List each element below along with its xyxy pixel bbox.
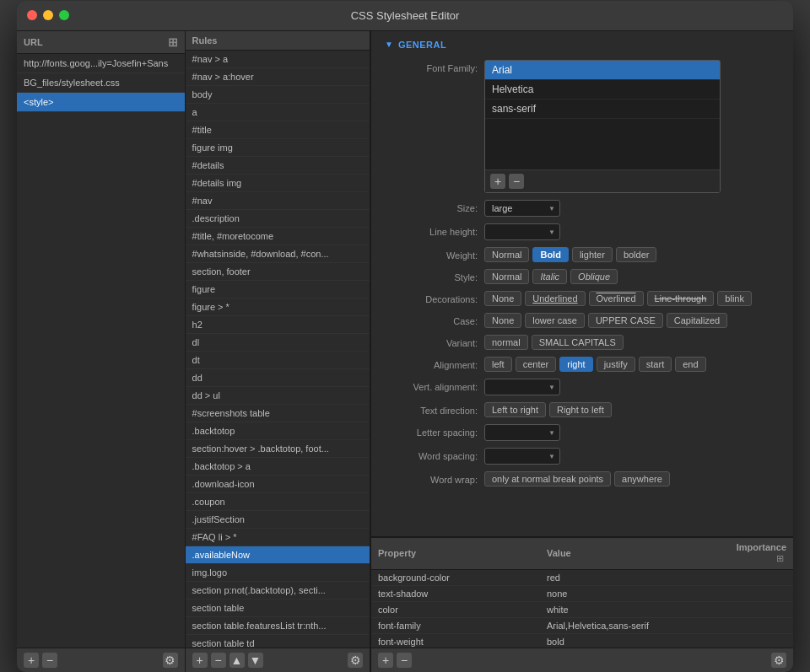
rules-item-11[interactable]: #whatsinside, #download, #con... [186, 245, 370, 263]
url-list[interactable]: http://fonts.goog...ily=Josefin+Sans BG_… [17, 54, 185, 648]
rules-list[interactable]: #nav > a#nav > a:hoverbodya#titlefigure … [186, 51, 370, 648]
deco-none-btn[interactable]: None [484, 291, 521, 306]
rules-item-17[interactable]: dt [186, 352, 370, 369]
prop-remove-button[interactable]: − [397, 653, 412, 668]
url-item-2[interactable]: <style> [17, 93, 185, 112]
maximize-button[interactable] [59, 10, 69, 20]
line-height-dropdown-wrapper[interactable] [484, 223, 560, 240]
rules-item-8[interactable]: #nav [186, 192, 370, 210]
rules-item-21[interactable]: .backtotop [186, 422, 370, 440]
align-justify-btn[interactable]: justify [597, 357, 635, 372]
table-row[interactable]: background-color red [371, 569, 793, 585]
align-start-btn[interactable]: start [639, 357, 672, 372]
case-none-btn[interactable]: None [484, 313, 521, 328]
font-item-helvetica[interactable]: Helvetica [485, 80, 720, 99]
rules-item-19[interactable]: dd > ul [186, 387, 370, 405]
rules-gear-button[interactable]: ⚙ [348, 653, 363, 668]
variant-normal-btn[interactable]: normal [484, 335, 528, 350]
case-capitalized-btn[interactable]: Capitalized [667, 313, 727, 328]
font-remove-button[interactable]: − [509, 174, 524, 189]
style-italic-btn[interactable]: Italic [532, 269, 567, 284]
rules-item-26[interactable]: .justifSection [186, 511, 370, 529]
rules-item-28[interactable]: .availableNow [186, 546, 370, 564]
align-right-btn[interactable]: right [559, 357, 592, 372]
rules-item-18[interactable]: dd [186, 369, 370, 387]
rules-item-31[interactable]: section table [186, 599, 370, 617]
variant-smallcaps-btn[interactable]: SMALL CAPITALS [532, 335, 624, 350]
table-row[interactable]: font-family Arial,Helvetica,sans-serif [371, 617, 793, 633]
rules-item-14[interactable]: figure > * [186, 298, 370, 316]
vert-alignment-dropdown-wrapper[interactable] [484, 379, 560, 395]
rules-item-30[interactable]: section p:not(.backtotop), secti... [186, 582, 370, 599]
rules-item-20[interactable]: #screenshots table [186, 405, 370, 422]
rules-item-5[interactable]: figure img [186, 139, 370, 157]
weight-bolder-btn[interactable]: bolder [616, 247, 657, 262]
rules-item-1[interactable]: #nav > a:hover [186, 68, 370, 86]
rules-down-button[interactable]: ▼ [248, 653, 263, 668]
align-end-btn[interactable]: end [675, 357, 705, 372]
letter-spacing-dropdown-wrapper[interactable] [484, 424, 560, 441]
url-item-0[interactable]: http://fonts.goog...ily=Josefin+Sans [17, 54, 185, 73]
font-item-sans-serif[interactable]: sans-serif [485, 99, 720, 119]
case-upper-btn[interactable]: UPPER CASE [588, 313, 663, 328]
rules-item-6[interactable]: #details [186, 157, 370, 175]
style-normal-btn[interactable]: Normal [484, 269, 529, 284]
word-spacing-dropdown[interactable] [484, 448, 560, 465]
importance-icon-btn[interactable]: ⊞ [774, 552, 786, 565]
rules-item-10[interactable]: #title, #moretocome [186, 228, 370, 245]
rules-item-25[interactable]: .coupon [186, 493, 370, 511]
size-dropdown-wrapper[interactable]: large small medium x-large [484, 200, 560, 217]
table-row[interactable]: color white [371, 601, 793, 617]
rules-item-24[interactable]: .download-icon [186, 476, 370, 493]
rules-item-3[interactable]: a [186, 104, 370, 121]
rules-up-button[interactable]: ▲ [230, 653, 245, 668]
rules-item-9[interactable]: .description [186, 210, 370, 228]
url-remove-button[interactable]: − [42, 653, 57, 668]
deco-overline-btn[interactable]: Overlined [589, 291, 644, 306]
url-add-button[interactable]: + [24, 653, 39, 668]
table-row[interactable]: font-weight bold [371, 633, 793, 648]
rules-item-27[interactable]: #FAQ li > * [186, 529, 370, 546]
word-wrap-normal-btn[interactable]: only at normal break points [484, 471, 611, 487]
rules-item-2[interactable]: body [186, 86, 370, 104]
weight-normal-btn[interactable]: Normal [484, 247, 529, 262]
prop-add-button[interactable]: + [378, 653, 393, 668]
weight-bold-btn[interactable]: Bold [532, 247, 568, 262]
word-spacing-dropdown-wrapper[interactable] [484, 448, 560, 465]
case-lower-btn[interactable]: lower case [525, 313, 585, 328]
deco-linethrough-btn[interactable]: Line-through [647, 291, 715, 306]
rules-item-33[interactable]: section table td [186, 635, 370, 648]
word-wrap-anywhere-btn[interactable]: anywhere [614, 471, 670, 487]
size-dropdown[interactable]: large small medium x-large [484, 200, 560, 217]
rules-item-29[interactable]: img.logo [186, 564, 370, 582]
rules-remove-button[interactable]: − [211, 653, 226, 668]
rules-item-4[interactable]: #title [186, 121, 370, 139]
rules-item-13[interactable]: figure [186, 281, 370, 298]
url-item-1[interactable]: BG_files/stylesheet.css [17, 73, 185, 93]
line-height-dropdown[interactable] [484, 223, 560, 240]
minimize-button[interactable] [43, 10, 53, 20]
rules-item-23[interactable]: .backtotop > a [186, 458, 370, 476]
rules-item-7[interactable]: #details img [186, 175, 370, 192]
font-add-button[interactable]: + [490, 174, 505, 189]
align-center-btn[interactable]: center [516, 357, 557, 372]
deco-blink-btn[interactable]: blink [717, 291, 752, 306]
rules-item-15[interactable]: h2 [186, 316, 370, 334]
table-row[interactable]: text-shadow none [371, 585, 793, 601]
font-family-list[interactable]: Arial Helvetica sans-serif + − [484, 60, 721, 193]
deco-underline-btn[interactable]: Underlined [525, 291, 585, 306]
letter-spacing-dropdown[interactable] [484, 424, 560, 441]
rules-item-32[interactable]: section table.featuresList tr:nth... [186, 617, 370, 635]
text-dir-ltr-btn[interactable]: Left to right [484, 402, 546, 417]
vert-alignment-dropdown[interactable] [484, 379, 560, 395]
font-item-arial[interactable]: Arial [485, 61, 720, 80]
text-dir-rtl-btn[interactable]: Right to left [549, 402, 612, 417]
align-left-btn[interactable]: left [484, 357, 512, 372]
prop-gear-button[interactable]: ⚙ [771, 653, 786, 668]
rules-item-12[interactable]: section, footer [186, 263, 370, 281]
close-button[interactable] [27, 10, 37, 20]
url-gear-button[interactable]: ⚙ [163, 653, 178, 668]
weight-lighter-btn[interactable]: lighter [572, 247, 613, 262]
rules-item-22[interactable]: section:hover > .backtotop, foot... [186, 440, 370, 458]
rules-add-button[interactable]: + [192, 653, 208, 668]
